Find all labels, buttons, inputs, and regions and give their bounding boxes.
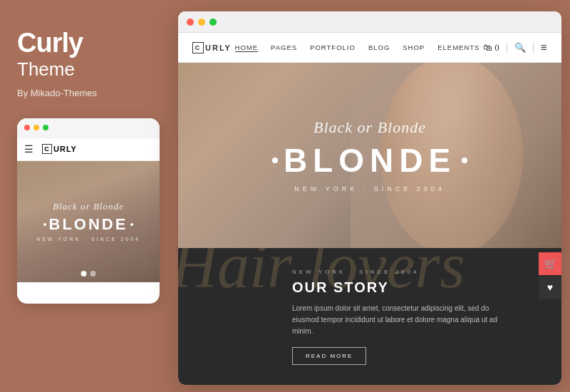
desktop-bullet-left xyxy=(272,158,278,163)
nav-pages[interactable]: PAGES xyxy=(271,43,297,52)
mobile-bullet-right xyxy=(130,223,133,226)
desktop-mockup: C URLY HOME PAGES PORTFOLIO BLOG SHOP EL… xyxy=(178,11,561,385)
desktop-hero-blonde: BLONDE xyxy=(272,141,467,180)
hamburger-icon[interactable]: ☰ xyxy=(24,143,33,155)
desktop-logo: C URLY xyxy=(192,42,232,53)
mobile-slide-dots xyxy=(81,271,96,277)
mobile-hero: Black or Blonde BLONDE NEW YORK · SINCE … xyxy=(17,161,160,282)
mobile-logo-letter: C xyxy=(42,144,52,154)
desktop-hero-script: Black or Blonde xyxy=(314,118,426,137)
nav-elements[interactable]: ELEMENTS xyxy=(437,43,480,52)
desktop-bullet-right xyxy=(462,158,467,163)
nav-portfolio[interactable]: PORTFOLIO xyxy=(310,43,356,52)
brand-by: By Mikado-Themes xyxy=(17,88,160,98)
slide-dot-2[interactable] xyxy=(90,271,96,277)
nav-shop[interactable]: SHOP xyxy=(403,43,425,52)
desktop-dot-green xyxy=(209,19,217,26)
desktop-nav: C URLY HOME PAGES PORTFOLIO BLOG SHOP EL… xyxy=(178,33,561,63)
icon-divider-1 xyxy=(507,43,507,53)
mobile-top-bar xyxy=(17,118,160,138)
dark-body-text: Lorem ipsum dolor sit amet, consectetur … xyxy=(292,303,504,337)
desktop-dot-yellow xyxy=(198,19,205,26)
dark-subtitle: NEW YORK · SINCE 2004 xyxy=(292,269,504,275)
desktop-logo-letter: C xyxy=(192,42,204,53)
desktop-hero-sub: NEW YORK · SINCE 2004 xyxy=(294,185,445,192)
brand-name: Curly xyxy=(17,29,160,58)
desktop-dark-section: Hair lovers NEW YORK · SINCE 2004 OUR ST… xyxy=(178,248,561,385)
mobile-hero-script: Black or Blonde xyxy=(53,201,123,212)
mobile-mockup: ☰ C URLY Black or Blonde BLONDE NEW YORK… xyxy=(17,118,160,304)
mobile-hero-sub: NEW YORK · SINCE 2004 xyxy=(36,237,140,242)
nav-home[interactable]: HOME xyxy=(235,43,259,52)
mobile-logo: C URLY xyxy=(42,144,77,154)
mobile-blonde-text: BLONDE xyxy=(49,215,128,234)
dark-title: OUR STORY xyxy=(292,279,504,296)
mobile-dot-yellow xyxy=(33,125,39,130)
mobile-nav: ☰ C URLY xyxy=(17,138,160,161)
mobile-bullet-left xyxy=(43,223,46,226)
brand-subtitle: Theme xyxy=(17,58,160,81)
mobile-logo-text: URLY xyxy=(53,145,77,153)
read-more-button[interactable]: READ MORE xyxy=(292,347,366,365)
dark-content: NEW YORK · SINCE 2004 OUR STORY Lorem ip… xyxy=(292,269,504,365)
desktop-menu: HOME PAGES PORTFOLIO BLOG SHOP ELEMENTS xyxy=(235,43,480,52)
desktop-dot-red xyxy=(187,19,194,26)
left-panel: Curly Theme By Mikado-Themes ☰ C URLY Bl… xyxy=(0,0,177,392)
mobile-hero-blonde: BLONDE xyxy=(43,215,134,234)
mobile-dot-green xyxy=(43,125,48,130)
desktop-top-bar xyxy=(178,11,561,33)
desktop-logo-text: URLY xyxy=(205,43,232,52)
nav-blog[interactable]: BLOG xyxy=(368,43,390,52)
menu-icon[interactable]: ≡ xyxy=(541,41,547,54)
floating-cart-button[interactable]: 🛒 xyxy=(539,252,561,275)
desktop-blonde-text: BLONDE xyxy=(284,141,456,180)
mobile-dot-red xyxy=(24,125,30,130)
search-icon[interactable]: 🔍 xyxy=(514,42,526,53)
slide-dot-1[interactable] xyxy=(81,271,87,277)
icon-divider-2 xyxy=(533,43,534,53)
desktop-hero: Black or Blonde BLONDE NEW YORK · SINCE … xyxy=(178,63,561,248)
cart-icon[interactable]: 🛍 0 xyxy=(483,42,499,53)
desktop-icon-group: 🛍 0 🔍 ≡ xyxy=(483,41,547,54)
floating-buttons: 🛒 ♥ xyxy=(539,252,561,299)
floating-wishlist-button[interactable]: ♥ xyxy=(539,277,561,299)
